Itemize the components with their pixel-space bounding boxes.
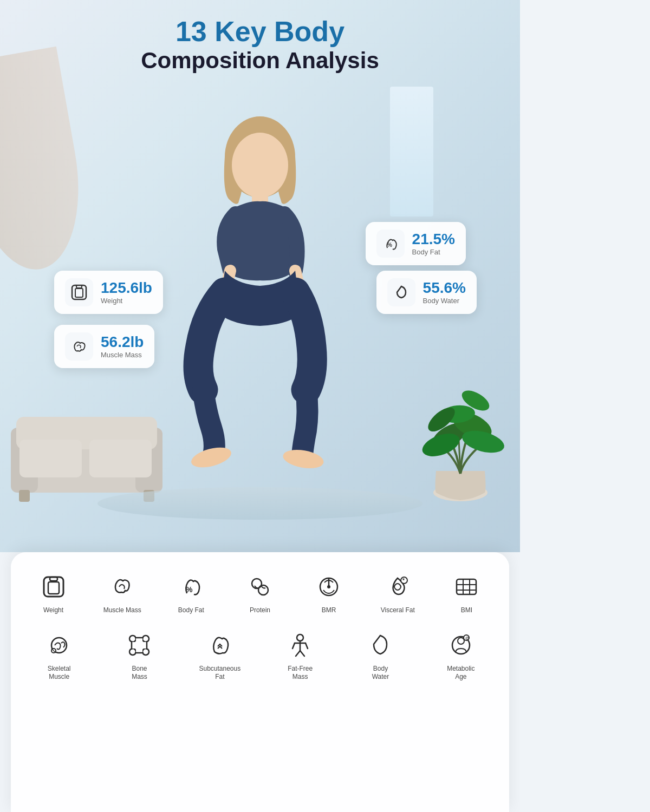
svg-point-45 [142, 636, 149, 642]
metric-skeletal-icon [44, 630, 74, 660]
svg-point-14 [282, 447, 325, 472]
svg-text:%: % [387, 242, 392, 248]
svg-point-52 [297, 634, 303, 641]
metric-body-water: BodyWater [343, 630, 418, 682]
metric-fatfree-icon [285, 630, 315, 660]
metric-water-label: BodyWater [372, 665, 389, 682]
metric-protein-icon [245, 572, 275, 602]
window-decoration [390, 87, 433, 217]
metric-bmi-label: BMI [461, 606, 472, 615]
metric-visceral-icon: * [382, 572, 413, 602]
metric-subcutaneous-fat: SubcutaneousFat [183, 630, 257, 682]
body-water-card: 55.6% Body Water [376, 271, 477, 314]
body-water-icon [387, 278, 415, 306]
metric-fat-free-mass: Fat-FreeMass [263, 630, 337, 682]
svg-rect-6 [19, 490, 30, 502]
body-fat-card: % 21.5% Body Fat [366, 222, 466, 265]
title-area: 13 Key Body Composition Analysis [0, 16, 520, 75]
metric-bmi-icon [451, 572, 482, 602]
metrics-row-2: SkeletalMuscle [22, 630, 498, 682]
metric-bone-icon [124, 630, 154, 660]
title-line2: Composition Analysis [0, 47, 520, 74]
plant-decoration [412, 319, 509, 509]
body-water-value: 55.6% [423, 280, 466, 297]
metric-weight-label: Weight [43, 606, 63, 615]
svg-point-34 [327, 585, 330, 588]
metric-bmi: BMI [435, 572, 498, 615]
metric-fatfree-label: Fat-FreeMass [288, 665, 313, 682]
svg-rect-4 [20, 440, 82, 477]
metric-visceral-fat: * Visceral Fat [366, 572, 430, 615]
metric-weight-icon [38, 572, 69, 602]
svg-point-44 [129, 636, 136, 642]
svg-point-47 [142, 649, 149, 655]
metric-protein-label: Protein [250, 606, 270, 615]
muscle-value: 56.2lb [101, 334, 144, 351]
metric-bmr-icon [314, 572, 344, 602]
svg-rect-29 [48, 582, 59, 594]
title-line1: 13 Key Body [0, 16, 520, 47]
svg-text:@: @ [465, 636, 470, 640]
weight-value: 125.6lb [101, 280, 152, 297]
metric-bmr: BMR [297, 572, 361, 615]
metric-bmr-label: BMR [322, 606, 336, 615]
metric-water-icon [365, 630, 395, 660]
metric-fat-icon: % [176, 572, 206, 602]
metric-metabolic-age: @ MetabolicAge [424, 630, 498, 682]
muscle-mass-card: 56.2lb Muscle Mass [54, 325, 154, 368]
muscle-icon [65, 332, 93, 361]
svg-text:*: * [402, 578, 405, 584]
metric-protein: Protein [228, 572, 291, 615]
metric-metabolic-icon: @ [446, 630, 476, 660]
metric-weight: Weight [22, 572, 85, 615]
svg-point-9 [232, 133, 288, 198]
metric-skeletal-muscle: SkeletalMuscle [22, 630, 96, 682]
body-fat-icon: % [376, 230, 405, 258]
metrics-row-1: Weight Muscle Mass % Body Fat [22, 572, 498, 615]
metric-body-fat: % Body Fat [159, 572, 223, 615]
svg-rect-25 [75, 289, 83, 297]
body-fat-label: Body Fat [412, 248, 455, 256]
metric-muscle-label: Muscle Mass [103, 606, 141, 615]
bottom-panel: Weight Muscle Mass % Body Fat [11, 552, 509, 812]
svg-rect-28 [50, 577, 57, 581]
metric-bone-mass: BoneMass [102, 630, 177, 682]
metric-muscle-icon [107, 572, 138, 602]
weight-label: Weight [101, 297, 152, 305]
metric-skeletal-label: SkeletalMuscle [48, 665, 71, 682]
svg-text:%: % [186, 585, 193, 594]
svg-rect-37 [457, 579, 476, 594]
svg-point-46 [129, 649, 136, 655]
metric-metabolic-label: MetabolicAge [447, 665, 474, 682]
metric-subcut-icon [205, 630, 235, 660]
body-water-label: Body Water [423, 297, 466, 305]
arch-decoration [0, 47, 94, 279]
metric-muscle-mass: Muscle Mass [90, 572, 154, 615]
weight-icon [65, 278, 93, 306]
weight-card: 125.6lb Weight [54, 271, 163, 314]
svg-point-32 [258, 585, 268, 595]
body-fat-value: 21.5% [412, 231, 455, 248]
metric-fat-label: Body Fat [178, 606, 204, 615]
svg-point-54 [458, 638, 464, 644]
person-figure [141, 87, 379, 509]
muscle-label: Muscle Mass [101, 351, 144, 359]
metric-visceral-label: Visceral Fat [381, 606, 415, 615]
metric-subcut-label: SubcutaneousFat [199, 665, 240, 682]
svg-rect-24 [76, 285, 82, 288]
metric-bone-label: BoneMass [132, 665, 147, 682]
